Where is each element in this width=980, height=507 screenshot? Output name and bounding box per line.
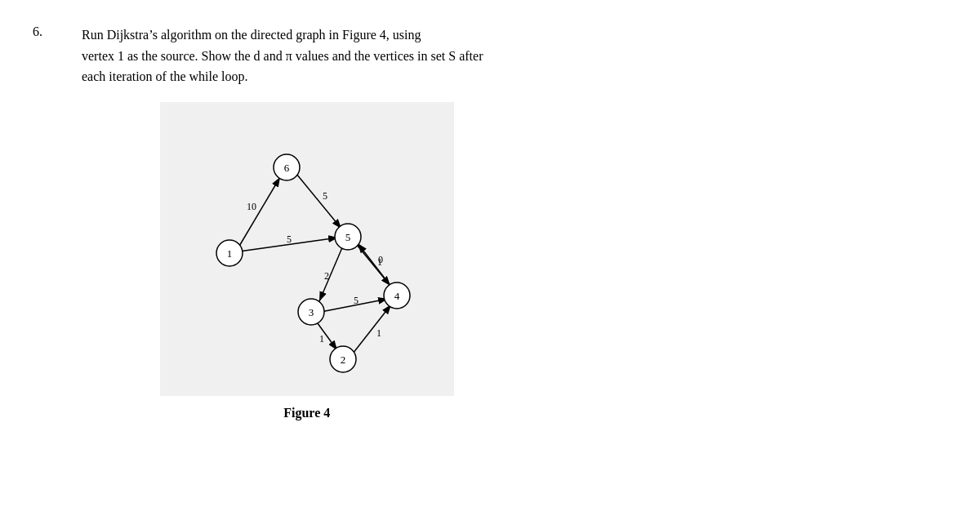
page: 6. Run Dijkstra’s algorithm on the direc… — [0, 0, 980, 437]
edge-label-1-5: 5 — [287, 233, 292, 245]
text-line3: each iteration of the while loop. — [82, 69, 247, 83]
text-line2: vertex 1 as the source. Show the d and π… — [82, 49, 483, 63]
question-text: Run Dijkstra’s algorithm on the directed… — [82, 24, 483, 87]
question-content: Run Dijkstra’s algorithm on the directed… — [82, 24, 483, 420]
node-3-label: 3 — [308, 305, 314, 318]
edge-2-4 — [353, 305, 391, 354]
graph-box: 10 5 5 2 1 — [160, 102, 454, 396]
edge-label-3-2: 1 — [319, 333, 324, 345]
graph-svg: 10 5 5 2 1 — [160, 102, 454, 396]
node-4-label: 4 — [394, 289, 399, 301]
question-block: 6. Run Dijkstra’s algorithm on the direc… — [33, 24, 947, 420]
node-2-label: 2 — [340, 353, 345, 365]
edge-label-2-4: 1 — [376, 327, 381, 339]
edge-label-3-4: 5 — [354, 295, 359, 306]
edge-6-5 — [296, 174, 341, 229]
node-6-label: 6 — [283, 161, 289, 173]
node-1-label: 1 — [226, 247, 232, 259]
text-line1: Run Dijkstra’s algorithm on the directed… — [82, 28, 421, 42]
edge-label-5-3: 2 — [324, 270, 329, 282]
figure-container: 10 5 5 2 1 — [131, 102, 483, 420]
edge-4-5 — [358, 243, 391, 287]
node-5-label: 5 — [345, 230, 350, 242]
edge-1-6 — [238, 177, 280, 247]
edge-label-4-5: 0 — [378, 254, 383, 265]
edge-5-3 — [319, 246, 343, 301]
question-number: 6. — [33, 24, 82, 420]
figure-caption: Figure 4 — [283, 406, 330, 420]
edge-label-6-5: 5 — [323, 190, 327, 202]
edge-label-1-6: 10 — [247, 201, 256, 212]
